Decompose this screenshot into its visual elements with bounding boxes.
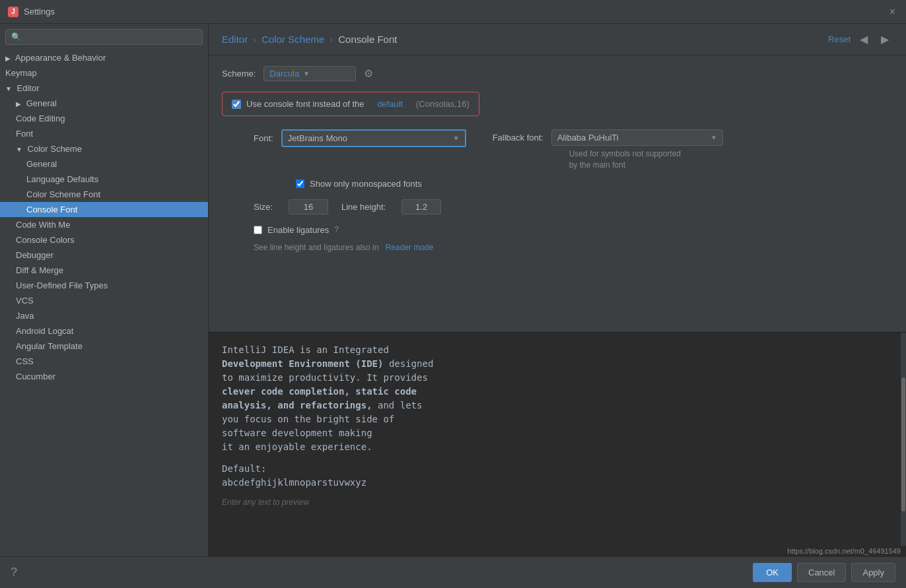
sidebar-item-editor[interactable]: ▼ Editor [0, 81, 208, 96]
sidebar-item-cucumber[interactable]: Cucumber [0, 369, 208, 384]
title-bar: J Settings × [0, 0, 906, 24]
reader-mode-text: See line height and ligatures also in [254, 243, 378, 252]
sidebar-item-android-logcat[interactable]: Android Logcat [0, 323, 208, 339]
scheme-dropdown-arrow: ▼ [303, 70, 310, 77]
preview-scrollbar[interactable] [901, 333, 906, 556]
content-area: 🔍 ▶ Appearance & Behavior Keymap ▼ Edito… [0, 24, 906, 556]
preview-line-5-rest: and lets [378, 400, 422, 410]
font-fallback-group: Font: JetBrains Mono ▼ Fallback font: Al… [222, 129, 893, 171]
preview-line-11: abcdefghijklmnoparstuvwxyz [222, 476, 893, 490]
sidebar-item-code-with-me[interactable]: Code With Me [0, 217, 208, 232]
use-console-font-row: Use console font instead of the default … [222, 92, 479, 116]
font-label: Font: [254, 133, 273, 143]
font-field-group: Font: JetBrains Mono ▼ [254, 129, 466, 147]
main-content: Editor › Color Scheme › Console Font Res… [209, 24, 906, 556]
font-dropdown[interactable]: JetBrains Mono ▼ [281, 129, 466, 147]
scheme-row: Scheme: Darcula ▼ ⚙ [222, 66, 893, 81]
help-icon[interactable]: ? [11, 566, 17, 579]
preview-placeholder: Enter any text to preview [222, 498, 893, 507]
fallback-hint: Used for symbols not supported by the ma… [493, 148, 723, 171]
header-actions: Reset ◀ ▶ [828, 32, 893, 47]
search-box[interactable]: 🔍 [5, 29, 203, 45]
chevron-down-icon-cs: ▼ [16, 146, 22, 153]
preview-line-10: Default: [222, 462, 893, 476]
preview-line-5-bold: analysis, and refactorings, [222, 400, 372, 410]
ligatures-row: Enable ligatures ? [222, 225, 893, 235]
use-console-default-link[interactable]: default [377, 99, 403, 109]
close-button[interactable]: × [887, 3, 898, 20]
forward-button[interactable]: ▶ [877, 32, 893, 47]
preview-line-2-rest: designed [389, 358, 433, 369]
preview-line-2-bold: Development Environment (IDE) [222, 358, 383, 369]
reader-mode-row: See line height and ligatures also in Re… [222, 243, 893, 252]
sidebar-item-color-scheme-font[interactable]: Color Scheme Font [0, 187, 208, 202]
sidebar-item-language-defaults[interactable]: Language Defaults [0, 172, 208, 187]
reader-mode-link[interactable]: Reader mode [385, 243, 433, 252]
size-input[interactable]: 16 [289, 199, 328, 214]
sidebar-item-general[interactable]: ▶ General [0, 96, 208, 111]
breadcrumb-editor[interactable]: Editor [222, 34, 248, 45]
sidebar-item-color-scheme[interactable]: ▼ Color Scheme [0, 141, 208, 156]
main-header: Editor › Color Scheme › Console Font Res… [209, 24, 906, 55]
fallback-dropdown-arrow: ▼ [711, 134, 717, 141]
font-value: JetBrains Mono [288, 133, 347, 143]
breadcrumb: Editor › Color Scheme › Console Font [222, 34, 397, 45]
use-console-checkbox[interactable] [232, 100, 241, 109]
preview-line-8: it an enjoyable experience. [222, 440, 893, 454]
sidebar-item-vcs[interactable]: VCS [0, 293, 208, 308]
apply-button[interactable]: Apply [851, 563, 895, 582]
sidebar-item-diff-merge[interactable]: Diff & Merge [0, 263, 208, 278]
preview-line-7: software development making [222, 426, 893, 440]
line-height-label: Line height: [341, 202, 386, 212]
sidebar-item-angular-template[interactable]: Angular Template [0, 339, 208, 354]
preview-area: IntelliJ IDEA is an Integrated Developme… [209, 332, 906, 556]
url-bar: https://blog.csdn.net/m0_46491549 [782, 546, 906, 556]
monospace-checkbox[interactable] [296, 180, 304, 188]
sidebar-item-user-defined-file-types[interactable]: User-Defined File Types [0, 278, 208, 293]
bottom-bar: ? OK Cancel Apply [0, 556, 906, 588]
sidebar-item-font[interactable]: Font [0, 126, 208, 141]
size-label: Size: [254, 202, 273, 212]
ligatures-checkbox[interactable] [254, 226, 262, 234]
fallback-font-group: Fallback font: Alibaba PuHuiTi ▼ Used fo… [493, 129, 723, 171]
sidebar-item-console-font[interactable]: Console Font [0, 202, 208, 217]
reset-button[interactable]: Reset [828, 34, 851, 44]
preview-line-6: you focus on the bright side of [222, 412, 893, 426]
sidebar-item-java[interactable]: Java [0, 308, 208, 323]
breadcrumb-sep-1: › [253, 34, 256, 45]
app-icon: J [8, 7, 18, 17]
preview-line-4-bold: clever code completion, static code [222, 386, 417, 397]
scheme-gear-button[interactable]: ⚙ [364, 67, 373, 80]
sidebar-item-console-colors[interactable]: Console Colors [0, 232, 208, 247]
fallback-font-label: Fallback font: [493, 133, 543, 143]
fallback-font-value: Alibaba PuHuiTi [557, 133, 619, 143]
sidebar-item-cs-general[interactable]: General [0, 156, 208, 172]
monospace-label: Show only monospaced fonts [310, 179, 422, 189]
bottom-buttons: OK Cancel Apply [753, 563, 895, 582]
sidebar-item-css[interactable]: CSS [0, 354, 208, 369]
sidebar-item-appearance[interactable]: ▶ Appearance & Behavior [0, 50, 208, 65]
ok-button[interactable]: OK [753, 563, 792, 582]
breadcrumb-color-scheme[interactable]: Color Scheme [261, 34, 324, 45]
search-icon: 🔍 [11, 32, 21, 42]
line-height-input[interactable]: 1.2 [401, 199, 441, 214]
sidebar-item-debugger[interactable]: Debugger [0, 247, 208, 263]
ligatures-help-icon[interactable]: ? [334, 225, 339, 234]
back-button[interactable]: ◀ [856, 32, 872, 47]
sidebar-item-code-editing[interactable]: Code Editing [0, 111, 208, 126]
settings-window: J Settings × 🔍 ▶ Appearance & Behavior K… [0, 0, 906, 588]
preview-line-4: clever code completion, static code [222, 385, 893, 399]
use-console-text-before: Use console font instead of the [246, 99, 365, 109]
cancel-button[interactable]: Cancel [797, 563, 846, 582]
preview-scroll-thumb[interactable] [901, 377, 905, 511]
window-title: Settings [24, 7, 887, 16]
breadcrumb-sep-2: › [330, 34, 333, 45]
scheme-dropdown[interactable]: Darcula ▼ [263, 66, 356, 81]
chevron-right-icon: ▶ [5, 55, 11, 62]
size-row: Size: 16 Line height: 1.2 [222, 199, 893, 214]
preview-text[interactable]: IntelliJ IDEA is an Integrated Developme… [222, 343, 893, 490]
search-input[interactable] [25, 32, 197, 42]
fallback-font-dropdown[interactable]: Alibaba PuHuiTi ▼ [551, 129, 723, 146]
sidebar-item-keymap[interactable]: Keymap [0, 65, 208, 81]
preview-line-2: Development Environment (IDE) designed [222, 357, 893, 371]
